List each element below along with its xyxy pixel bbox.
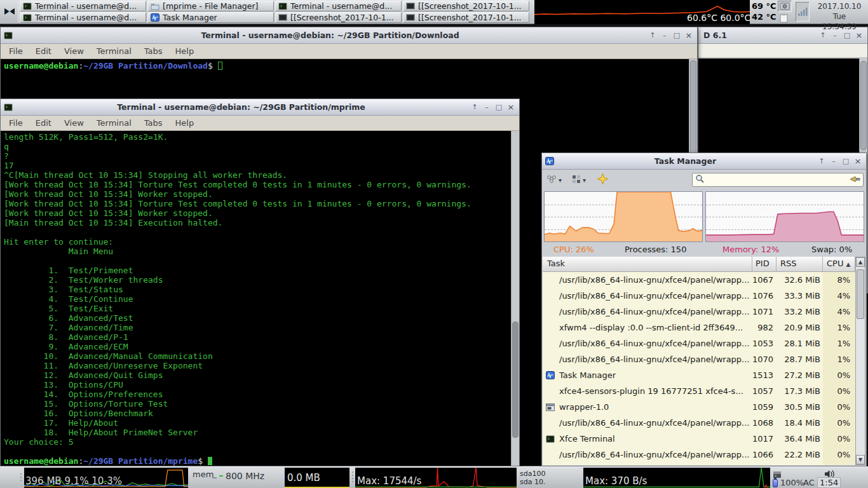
maximize-button[interactable]: □: [672, 30, 682, 41]
terminal-line: [Main thread Oct 10 15:34] Execution hal…: [4, 218, 519, 227]
menu-help[interactable]: Help: [169, 118, 201, 128]
swap-monitor: 0.0 MB: [285, 468, 349, 488]
maximize-button[interactable]: □: [494, 102, 504, 112]
terminal-mprime-titlebar[interactable]: Terminal - username@debian: ~/29GB Parti…: [1, 99, 519, 116]
taskbar-button[interactable]: Terminal - username@d...: [275, 1, 402, 11]
panel-handle[interactable]: [351, 471, 354, 482]
table-row[interactable]: xfce4-sensors-plugin 19 16777251 xfce4-s…: [543, 383, 855, 399]
screenshot-tool-button[interactable]: [778, 1, 792, 12]
terminal-line: [4, 227, 519, 237]
highlight-button[interactable]: [595, 172, 610, 187]
table-row[interactable]: wrapper-1.0105930.5 MiB0%: [543, 399, 855, 415]
taskbar-button[interactable]: Terminal - username@d...: [20, 1, 146, 11]
column-pid[interactable]: PID: [752, 257, 776, 272]
terminal-line: 8. Advanced/P-1: [4, 332, 519, 342]
column-rss[interactable]: RSS: [776, 257, 823, 272]
menu-edit[interactable]: Edit: [29, 118, 58, 128]
terminal-line: [Work thread Oct 10 15:34] Worker stoppe…: [4, 208, 519, 218]
task-list-scrollbar[interactable]: ▲ ▼: [855, 257, 865, 465]
table-row[interactable]: /usr/lib/x86_64-linux-gnu/xfce4/panel/wr…: [543, 336, 855, 351]
scroll-thumb[interactable]: [857, 269, 864, 319]
taskbar-button-label: [[Screenshot_2017-10-1...: [418, 1, 522, 11]
shade-button[interactable]: ↑: [817, 156, 827, 166]
cell-rss: 30.5 MiB: [776, 402, 823, 412]
column-task[interactable]: Task: [543, 257, 752, 272]
panel-handle[interactable]: [20, 473, 22, 481]
taskbar-button-label: Terminal - username@d...: [35, 1, 137, 11]
terminal-mprime-body[interactable]: length 512K, Pass1=512, Pass2=1K.q?17^C[…: [1, 131, 519, 466]
search-field[interactable]: [692, 173, 864, 187]
shade-button[interactable]: ↑: [648, 30, 658, 41]
cell-cpu: 1%: [823, 355, 855, 364]
menu-file[interactable]: File: [3, 46, 29, 56]
top-panel: Terminal - username@d...Terminal - usern…: [0, 0, 868, 24]
menu-edit[interactable]: Edit: [29, 46, 58, 56]
minimize-button[interactable]: –: [482, 102, 492, 112]
menu-view[interactable]: View: [58, 46, 90, 56]
task-manager-titlebar[interactable]: Task Manager ↑ – □ ×: [542, 153, 866, 170]
process-tree-button[interactable]: ▾: [545, 172, 564, 187]
table-row[interactable]: /usr/lib/x86_64-linux-gnu/xfce4/panel/wr…: [543, 447, 855, 463]
taskbar-button[interactable]: [[Screenshot_2017-10-1...: [403, 12, 529, 23]
cell-pid: 1513: [752, 370, 776, 380]
view-mode-button[interactable]: ▾: [570, 172, 588, 187]
table-row[interactable]: /usr/lib/x86_64-linux-gnu/xfce4/panel/wr…: [543, 304, 855, 320]
taskbar-button[interactable]: [mprime - File Manager]: [147, 1, 274, 11]
minimize-button[interactable]: –: [660, 30, 670, 41]
cell-pid: 1068: [752, 418, 776, 428]
maximize-button[interactable]: □: [841, 156, 851, 166]
shade-button[interactable]: ↑: [470, 102, 480, 112]
menu-terminal[interactable]: Terminal: [90, 118, 138, 128]
clock[interactable]: 2017.10.10 Tue 15:34:59: [812, 1, 867, 32]
network-monitor-button[interactable]: [796, 2, 810, 22]
battery-time-label[interactable]: 1:54: [817, 477, 841, 488]
terminal-mprime-scrollbar[interactable]: [511, 131, 519, 466]
menu-file[interactable]: File: [3, 118, 29, 128]
shell-prompt[interactable]: username@debian:~/29GB Partition/Downloa…: [4, 61, 697, 71]
table-row[interactable]: Xfce Terminal101736.4 MiB0%: [543, 431, 855, 447]
close-button[interactable]: ×: [506, 102, 516, 112]
taskbar-button[interactable]: Terminal - username@d...: [20, 12, 146, 23]
taskbar-button[interactable]: Task Manager: [147, 12, 274, 23]
prompt-user: username@debian: [4, 61, 78, 71]
terminal-mprime-title: Terminal - username@debian: ~/29GB Parti…: [16, 102, 466, 112]
terminal-line: 12. Advanced/Quit Gimps: [4, 370, 519, 380]
table-row[interactable]: /usr/lib/x86_64-linux-gnu/xfce4/panel/wr…: [543, 288, 855, 304]
shell-prompt[interactable]: username@debian:~/29GB Partition/mprime$: [1, 456, 519, 466]
scroll-up-button[interactable]: ▲: [856, 257, 865, 267]
minimize-button[interactable]: –: [829, 156, 839, 166]
window-switch-icon[interactable]: [3, 4, 17, 21]
clipboard-button[interactable]: [780, 13, 788, 25]
table-row[interactable]: /usr/lib/x86_64-linux-gnu/xfce4/panel/wr…: [543, 351, 855, 367]
menu-tabs[interactable]: Tabs: [138, 46, 169, 56]
menu-tabs[interactable]: Tabs: [138, 118, 169, 128]
terminal-line: [4, 256, 519, 266]
memory-graph: [705, 191, 864, 242]
search-input[interactable]: [707, 175, 847, 184]
panel-separator: [18, 2, 18, 22]
memory-graph-svg: [706, 192, 864, 241]
viewer-toolbar: [698, 44, 867, 58]
menu-terminal[interactable]: Terminal: [90, 46, 138, 56]
close-button[interactable]: ×: [684, 30, 694, 41]
table-row[interactable]: Task Manager151327.2 MiB0%: [543, 367, 855, 383]
terminal-download-titlebar[interactable]: Terminal - username@debian: ~/29GB Parti…: [1, 27, 697, 44]
taskbar-button[interactable]: [[Screenshot_2017-10-1...: [403, 1, 529, 11]
table-row[interactable]: /usr/lib/x86_64-linux-gnu/xfce4/panel/wr…: [543, 272, 855, 288]
menu-view[interactable]: View: [58, 118, 90, 128]
cell-rss: 28.7 MiB: [776, 355, 823, 364]
clock-date: 2017.10.10 Tue: [812, 1, 867, 22]
cell-rss: 32.6 MiB: [776, 275, 823, 285]
terminal-download-menubar: FileEditViewTerminalTabsHelp: [1, 44, 697, 59]
table-row[interactable]: xfwm4 --display :0.0 --sm-client-id 2ff3…: [543, 320, 855, 336]
temp-low-label: 42 °C: [752, 11, 776, 22]
menu-help[interactable]: Help: [169, 46, 201, 56]
taskbar-button[interactable]: [[Screenshot_2017-10-1...: [275, 12, 402, 23]
column-cpu[interactable]: CPU ▲: [823, 257, 855, 272]
table-row[interactable]: /usr/lib/x86_64-linux-gnu/xfce4/panel/wr…: [543, 415, 855, 431]
close-button[interactable]: ×: [853, 156, 863, 166]
power-source-label: AC: [803, 478, 815, 487]
cell-rss: 28.1 MiB: [776, 339, 823, 348]
taskbar-button-label: Task Manager: [163, 13, 217, 22]
scroll-down-button[interactable]: ▼: [856, 455, 865, 464]
